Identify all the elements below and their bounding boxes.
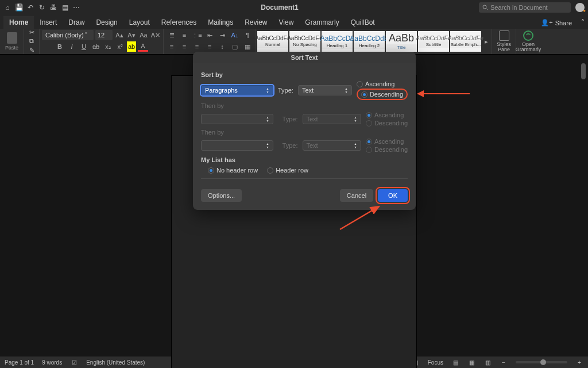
cut-icon[interactable]: ✂ bbox=[26, 29, 37, 36]
clear-format-icon[interactable]: A✕ bbox=[150, 30, 161, 40]
more-qa-icon[interactable]: ⋯ bbox=[72, 3, 80, 12]
type-label-2: Type: bbox=[283, 116, 298, 122]
highlight-button[interactable]: ab bbox=[127, 41, 136, 52]
style-heading-2[interactable]: AaBbCcDdEHeading 2 bbox=[354, 31, 385, 52]
focus-mode[interactable]: Focus bbox=[428, 359, 443, 366]
style-normal[interactable]: AaBbCcDdEeNormal bbox=[257, 31, 288, 52]
tab-quillbot[interactable]: QuillBot bbox=[345, 16, 381, 29]
align-left-button[interactable]: ≡ bbox=[166, 41, 177, 52]
open-grammarly-button[interactable]: Open Grammarly bbox=[516, 29, 540, 54]
shading-button[interactable]: ▢ bbox=[229, 41, 241, 52]
styles-pane-button[interactable]: Styles Pane bbox=[492, 29, 516, 54]
style-no-spacing[interactable]: AaBbCcDdEeNo Spacing bbox=[289, 31, 320, 52]
status-page[interactable]: Page 1 of 1 bbox=[5, 359, 34, 366]
zoom-slider[interactable] bbox=[516, 361, 567, 363]
style-title[interactable]: AaBbTitle bbox=[386, 31, 417, 52]
collapse-ribbon[interactable]: ˄ bbox=[578, 16, 588, 29]
share-button[interactable]: 👤+ Share bbox=[535, 17, 578, 29]
tab-insert[interactable]: Insert bbox=[34, 16, 63, 29]
tab-design[interactable]: Design bbox=[90, 16, 123, 29]
tab-references[interactable]: References bbox=[156, 16, 202, 29]
view-read-icon[interactable]: ▦ bbox=[467, 358, 475, 366]
font-name-combo[interactable]: Calibri (Body)˅ bbox=[42, 30, 94, 40]
zoom-in-button[interactable]: + bbox=[575, 358, 583, 366]
sort-by-field-combo[interactable]: Paragraphs bbox=[201, 85, 273, 95]
tab-layout[interactable]: Layout bbox=[123, 16, 156, 29]
styles-pane-icon bbox=[499, 30, 509, 41]
borders-button[interactable]: ▦ bbox=[242, 41, 253, 52]
tab-review[interactable]: Review bbox=[239, 16, 273, 29]
style-heading-1[interactable]: AaBbCcDcHeading 1 bbox=[322, 31, 353, 52]
sort-button[interactable]: A↓ bbox=[229, 30, 241, 40]
subscript-button[interactable]: x₂ bbox=[103, 41, 113, 52]
decrease-indent-button[interactable]: ⇤ bbox=[204, 30, 215, 40]
styles-more[interactable]: ▸ bbox=[482, 38, 490, 45]
justify-button[interactable]: ≡ bbox=[204, 41, 215, 52]
undo-icon[interactable]: ↶ bbox=[26, 3, 34, 12]
ok-button[interactable]: OK bbox=[378, 189, 408, 202]
svg-line-1 bbox=[486, 8, 488, 10]
numbering-button[interactable]: ≡ bbox=[179, 30, 190, 40]
vertical-scrollbar[interactable] bbox=[580, 63, 587, 356]
tab-grammarly[interactable]: Grammarly bbox=[299, 16, 345, 29]
font-size-combo[interactable]: 12 bbox=[95, 30, 113, 40]
redo-icon[interactable]: ↻ bbox=[38, 3, 46, 12]
search-icon bbox=[482, 5, 488, 10]
save-icon[interactable]: 💾 bbox=[15, 3, 23, 12]
then2-descending-radio: Descending bbox=[366, 146, 408, 153]
format-painter-icon[interactable]: ✎ bbox=[26, 47, 37, 54]
cancel-button[interactable]: Cancel bbox=[340, 189, 373, 202]
then-by-1-field-combo[interactable] bbox=[201, 114, 273, 124]
print-icon[interactable]: 🖶 bbox=[49, 3, 57, 12]
spellcheck-icon[interactable]: ☑ bbox=[70, 358, 78, 366]
my-list-has-label: My List has bbox=[201, 156, 408, 163]
multilevel-list-button[interactable]: ⋮≡ bbox=[191, 30, 203, 40]
chevron-updown-icon bbox=[352, 141, 359, 150]
grow-font-icon[interactable]: A▴ bbox=[114, 30, 125, 40]
then-by-2-field-combo[interactable] bbox=[201, 140, 273, 151]
chevron-updown-icon bbox=[343, 86, 350, 95]
style-subtitle[interactable]: AaBbCcDdEeSubtitle bbox=[418, 31, 449, 52]
then-by-2-type-combo[interactable]: Text bbox=[303, 140, 361, 151]
status-language[interactable]: English (United States) bbox=[86, 359, 145, 366]
increase-indent-button[interactable]: ⇥ bbox=[216, 30, 228, 40]
zoom-out-button[interactable]: − bbox=[500, 358, 508, 366]
options-button[interactable]: Options... bbox=[201, 189, 242, 202]
underline-button[interactable]: U bbox=[79, 41, 89, 52]
tab-home[interactable]: Home bbox=[3, 16, 34, 29]
tab-view[interactable]: View bbox=[273, 16, 300, 29]
new-doc-icon[interactable]: ▤ bbox=[61, 3, 69, 12]
copy-icon[interactable]: ⧉ bbox=[26, 37, 37, 45]
font-color-button[interactable]: A bbox=[138, 41, 148, 52]
tab-mailings[interactable]: Mailings bbox=[202, 16, 239, 29]
italic-button[interactable]: I bbox=[67, 41, 77, 52]
paste-button[interactable]: Paste bbox=[0, 29, 24, 54]
view-print-icon[interactable]: ▤ bbox=[451, 358, 459, 366]
change-case-icon[interactable]: Aa bbox=[138, 30, 149, 40]
align-right-button[interactable]: ≡ bbox=[191, 41, 203, 52]
header-row-radio[interactable]: Header row bbox=[267, 167, 308, 174]
home-icon[interactable]: ⌂ bbox=[3, 3, 11, 12]
then-by-label-2: Then by bbox=[201, 129, 408, 136]
type-label-1: Type: bbox=[278, 87, 293, 94]
no-header-row-radio[interactable]: No header row bbox=[208, 167, 258, 174]
account-avatar[interactable] bbox=[575, 3, 585, 12]
show-marks-button[interactable]: ¶ bbox=[242, 30, 253, 40]
strike-button[interactable]: ab bbox=[91, 41, 101, 52]
sort-by-type-combo[interactable]: Text bbox=[298, 85, 352, 95]
sort1-ascending-radio[interactable]: Ascending bbox=[357, 80, 408, 87]
grammarly-icon bbox=[523, 30, 533, 41]
tab-draw[interactable]: Draw bbox=[63, 16, 90, 29]
bullets-button[interactable]: ≣ bbox=[166, 30, 177, 40]
style-subtle-emphasis[interactable]: AaBbCcDdEeSubtle Emph... bbox=[450, 31, 481, 52]
shrink-font-icon[interactable]: A▾ bbox=[126, 30, 137, 40]
then-by-1-type-combo[interactable]: Text bbox=[303, 114, 361, 124]
line-spacing-button[interactable]: ↕ bbox=[216, 41, 228, 52]
superscript-button[interactable]: x² bbox=[115, 41, 125, 52]
sort1-descending-radio[interactable]: Descending bbox=[361, 91, 403, 98]
status-words[interactable]: 9 words bbox=[42, 359, 62, 366]
align-center-button[interactable]: ≡ bbox=[179, 41, 190, 52]
view-web-icon[interactable]: ▥ bbox=[483, 358, 492, 366]
search-in-document[interactable]: Search in Document bbox=[479, 2, 571, 13]
bold-button[interactable]: B bbox=[55, 41, 65, 52]
